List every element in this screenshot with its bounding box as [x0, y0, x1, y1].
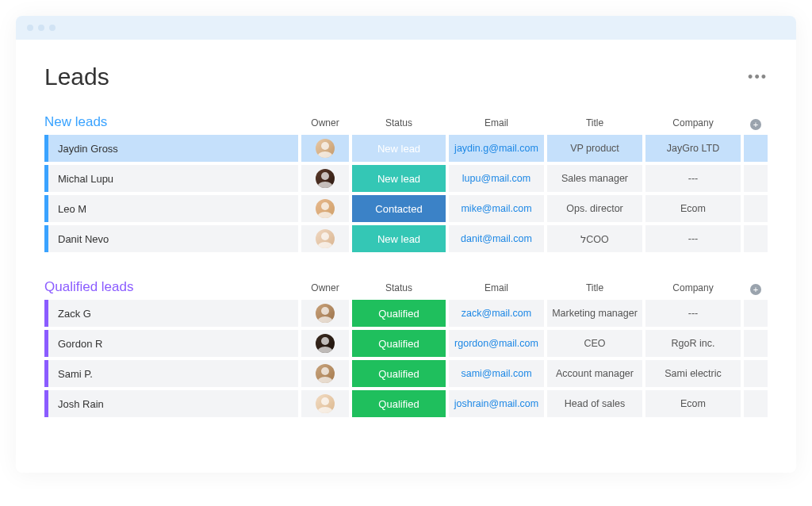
email-cell[interactable]: danit@mail.com [449, 225, 544, 252]
group-title[interactable]: New leads [44, 114, 298, 132]
company-cell[interactable]: Ecom [645, 390, 741, 417]
table-row[interactable]: Danit NevoNew leaddanit@mail.comלCOO--- [44, 225, 768, 252]
title-cell[interactable]: לCOO [547, 225, 642, 252]
title-cell[interactable]: VP product [547, 135, 642, 162]
table-row[interactable]: Gordon RQualifiedrgordon@mail.comCEORgoR… [44, 330, 768, 357]
company-cell[interactable]: --- [645, 165, 741, 192]
owner-cell[interactable] [301, 225, 349, 252]
more-options-icon[interactable]: ••• [748, 69, 768, 86]
column-header-title[interactable]: Title [547, 282, 642, 297]
status-cell[interactable]: Qualified [352, 300, 446, 327]
column-header-title[interactable]: Title [547, 117, 642, 132]
column-header-status[interactable]: Status [352, 117, 446, 132]
trailing-cell [744, 300, 768, 327]
column-header-owner[interactable]: Owner [301, 117, 349, 132]
status-cell[interactable]: Contacted [352, 195, 446, 222]
page-content: Leads ••• New leadsOwnerStatusEmailTitle… [16, 40, 796, 473]
traffic-light-maximize[interactable] [49, 25, 56, 31]
group-title[interactable]: Qualified leads [44, 279, 298, 297]
trailing-cell [744, 135, 768, 162]
status-cell[interactable]: New lead [352, 165, 446, 192]
title-cell[interactable]: Ops. director [547, 195, 642, 222]
column-header-company[interactable]: Company [645, 117, 741, 132]
company-cell[interactable]: --- [645, 225, 741, 252]
add-column: + [744, 119, 768, 132]
table-row[interactable]: Leo MContactedmike@mail.comOps. director… [44, 195, 768, 222]
trailing-cell [744, 390, 768, 417]
group-header: New leadsOwnerStatusEmailTitleCompany+ [44, 114, 768, 132]
column-header-status[interactable]: Status [352, 282, 446, 297]
traffic-light-minimize[interactable] [38, 25, 44, 31]
owner-cell[interactable] [301, 135, 349, 162]
company-cell[interactable]: Sami electric [645, 360, 741, 387]
status-cell[interactable]: Qualified [352, 360, 446, 387]
page-header: Leads ••• [44, 63, 768, 90]
company-cell[interactable]: Ecom [645, 195, 741, 222]
name-cell[interactable]: Zack G [44, 300, 298, 327]
avatar[interactable] [316, 364, 335, 383]
plus-icon[interactable]: + [750, 119, 761, 130]
trailing-cell [744, 195, 768, 222]
owner-cell[interactable] [301, 390, 349, 417]
window-titlebar [16, 16, 796, 40]
name-cell[interactable]: Josh Rain [44, 390, 298, 417]
name-cell[interactable]: Danit Nevo [44, 225, 298, 252]
table-row[interactable]: Sami P.Qualifiedsami@mail.comAccount man… [44, 360, 768, 387]
avatar[interactable] [316, 304, 335, 323]
email-cell[interactable]: zack@mail.com [449, 300, 544, 327]
company-cell[interactable]: JayGro LTD [645, 135, 741, 162]
group-header: Qualified leadsOwnerStatusEmailTitleComp… [44, 279, 768, 297]
traffic-light-close[interactable] [27, 25, 33, 31]
avatar[interactable] [316, 199, 335, 218]
trailing-cell [744, 360, 768, 387]
title-cell[interactable]: Head of sales [547, 390, 642, 417]
company-cell[interactable]: --- [645, 300, 741, 327]
owner-cell[interactable] [301, 165, 349, 192]
group-new: New leadsOwnerStatusEmailTitleCompany+Ja… [44, 114, 768, 252]
company-cell[interactable]: RgoR inc. [645, 330, 741, 357]
column-header-email[interactable]: Email [449, 117, 544, 132]
title-cell[interactable]: Marketing manager [547, 300, 642, 327]
app-window: Leads ••• New leadsOwnerStatusEmailTitle… [16, 16, 796, 473]
status-cell[interactable]: New lead [352, 225, 446, 252]
name-cell[interactable]: Jaydin Gross [44, 135, 298, 162]
title-cell[interactable]: Sales manager [547, 165, 642, 192]
name-cell[interactable]: Sami P. [44, 360, 298, 387]
table-row[interactable]: Josh RainQualifiedjoshrain@mail.comHead … [44, 390, 768, 417]
email-cell[interactable]: jaydin.g@mail.com [449, 135, 544, 162]
email-cell[interactable]: joshrain@mail.com [449, 390, 544, 417]
email-cell[interactable]: lupu@mail.com [449, 165, 544, 192]
status-cell[interactable]: New lead [352, 135, 446, 162]
column-header-email[interactable]: Email [449, 282, 544, 297]
name-cell[interactable]: Leo M [44, 195, 298, 222]
email-cell[interactable]: mike@mail.com [449, 195, 544, 222]
status-cell[interactable]: Qualified [352, 390, 446, 417]
owner-cell[interactable] [301, 300, 349, 327]
name-cell[interactable]: Gordon R [44, 330, 298, 357]
title-cell[interactable]: Account manager [547, 360, 642, 387]
avatar[interactable] [316, 334, 335, 353]
group-qualified: Qualified leadsOwnerStatusEmailTitleComp… [44, 279, 768, 417]
plus-icon[interactable]: + [750, 284, 761, 295]
title-cell[interactable]: CEO [547, 330, 642, 357]
trailing-cell [744, 165, 768, 192]
column-header-company[interactable]: Company [645, 282, 741, 297]
avatar[interactable] [316, 229, 335, 248]
owner-cell[interactable] [301, 330, 349, 357]
trailing-cell [744, 330, 768, 357]
table-row[interactable]: Michal LupuNew leadlupu@mail.comSales ma… [44, 165, 768, 192]
avatar[interactable] [316, 139, 335, 158]
column-header-owner[interactable]: Owner [301, 282, 349, 297]
table-row[interactable]: Jaydin GrossNew leadjaydin.g@mail.comVP … [44, 135, 768, 162]
owner-cell[interactable] [301, 195, 349, 222]
email-cell[interactable]: sami@mail.com [449, 360, 544, 387]
avatar[interactable] [316, 394, 335, 413]
owner-cell[interactable] [301, 360, 349, 387]
status-cell[interactable]: Qualified [352, 330, 446, 357]
page-title: Leads [44, 63, 109, 90]
name-cell[interactable]: Michal Lupu [44, 165, 298, 192]
table-row[interactable]: Zack GQualifiedzack@mail.comMarketing ma… [44, 300, 768, 327]
trailing-cell [744, 225, 768, 252]
avatar[interactable] [316, 169, 335, 188]
email-cell[interactable]: rgordon@mail.com [449, 330, 544, 357]
